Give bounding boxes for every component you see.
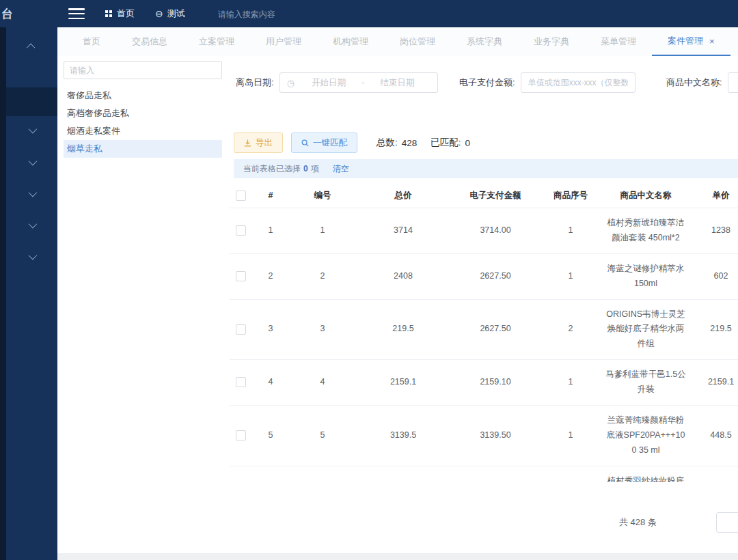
table-container: #编号总价电子支付金额商品序号商品中文名称单价 1137143714.001植村… <box>230 183 738 482</box>
nav-test[interactable]: ⊖ 测试 <box>155 8 185 20</box>
column-header: 单价 <box>690 183 738 208</box>
hamburger-menu-icon[interactable] <box>68 8 85 19</box>
amount-filter-label: 电子支付金额: <box>459 76 515 89</box>
table-cell: 1 <box>540 208 601 254</box>
tab-2[interactable]: 交易信息 <box>116 27 183 56</box>
tree-item[interactable]: 高档奢侈品走私 <box>64 104 222 122</box>
nav-home[interactable]: 首页 <box>105 8 135 20</box>
tab-label: 立案管理 <box>199 36 234 48</box>
tab-label: 岗位管理 <box>400 36 435 48</box>
tab-8[interactable]: 业务字典 <box>518 27 585 56</box>
table-row[interactable]: 553139.53139.501兰蔻菁纯臻颜精华粉底液SPF20PA+++100… <box>230 405 738 466</box>
tab-label: 交易信息 <box>132 36 167 48</box>
one-click-match-button[interactable]: 一键匹配 <box>291 132 357 153</box>
tab-5[interactable]: 机构管理 <box>317 27 384 56</box>
sidebar-item[interactable] <box>6 241 57 271</box>
clear-selection-link[interactable]: 清空 <box>333 163 349 175</box>
logo-fragment: 台 <box>1 6 19 22</box>
tab-7[interactable]: 系统字典 <box>451 27 518 56</box>
global-search <box>217 8 322 20</box>
tab-3[interactable]: 立案管理 <box>183 27 250 56</box>
sidebar-item[interactable] <box>6 31 57 61</box>
tab-1[interactable]: 首页 <box>67 27 116 56</box>
table-cell: 672.33 <box>355 466 451 482</box>
column-header: 编号 <box>290 183 355 208</box>
table-cell: 2408 <box>355 253 451 299</box>
chevron-up-icon <box>27 43 36 52</box>
column-header: # <box>251 183 290 208</box>
table-cell: 1238 <box>690 208 738 254</box>
row-checkbox[interactable] <box>236 430 246 440</box>
tree-item[interactable]: 烟酒走私案件 <box>64 122 222 140</box>
main-area: 首页交易信息立案管理用户管理机构管理岗位管理系统字典业务字典菜单管理案件管理× … <box>57 27 738 560</box>
table-footer: 共 428 条 <box>230 512 738 533</box>
table-row[interactable]: 1137143714.001植村秀新琥珀臻萃洁颜油套装 450ml*21238 <box>230 208 738 254</box>
table-cell: 3139.50 <box>451 405 540 466</box>
global-search-input[interactable] <box>217 9 322 20</box>
tab-label: 系统字典 <box>467 36 502 48</box>
tab-close-icon[interactable]: × <box>709 37 715 46</box>
table-row[interactable]: 66672.33672.331植村秀羽纱持妆粉底液 584 35ml224.11 <box>230 466 738 482</box>
minus-circle-icon: ⊖ <box>155 9 163 18</box>
export-button[interactable]: 导出 <box>234 132 283 153</box>
sidebar-item[interactable] <box>6 210 57 240</box>
tab-4[interactable]: 用户管理 <box>250 27 317 56</box>
table-cell: 2627.50 <box>451 253 540 299</box>
chevron-down-icon <box>29 219 38 228</box>
table-cell: 224.11 <box>690 466 738 482</box>
table-cell: 5 <box>251 405 290 466</box>
amount-filter-input[interactable] <box>521 72 636 93</box>
table-cell: 2159.10 <box>451 360 540 406</box>
date-range-picker[interactable]: ◷ 开始日期 - 结束日期 <box>279 72 438 93</box>
table-cell: 2 <box>540 299 601 360</box>
chevron-down-icon <box>29 124 38 133</box>
date-end-placeholder: 结束日期 <box>364 77 430 89</box>
filter-amount-group: 电子支付金额: <box>459 72 636 93</box>
table-row[interactable]: 2224082627.501海蓝之谜修护精萃水 150ml602 <box>230 253 738 299</box>
total-label: 总数: <box>377 137 398 149</box>
table-cell: 1 <box>540 466 601 482</box>
table-row[interactable]: 442159.12159.101马爹利蓝带干邑1.5公升装2159.1 <box>230 360 738 406</box>
table-cell: ORIGINS韦博士灵芝焕能好底子精华水两件组 <box>601 299 690 360</box>
row-checkbox[interactable] <box>236 377 246 387</box>
selection-count: 0 <box>303 164 308 173</box>
sidebar-item[interactable] <box>6 147 57 177</box>
tab-label: 用户管理 <box>266 36 301 48</box>
page-size-select[interactable] <box>716 512 738 533</box>
footer-total: 共 428 条 <box>619 516 657 529</box>
table-cell: 2 <box>290 253 355 299</box>
sidebar-item-active[interactable] <box>6 87 57 116</box>
tree-item[interactable]: 奢侈品走私 <box>64 87 222 104</box>
sidebar-item[interactable] <box>6 178 57 208</box>
table-cell: 448.5 <box>690 405 738 466</box>
table-cell: 6 <box>251 466 290 482</box>
table-cell: 2159.1 <box>690 360 738 406</box>
tab-bar: 首页交易信息立案管理用户管理机构管理岗位管理系统字典业务字典菜单管理案件管理× <box>57 27 738 56</box>
chevron-down-icon <box>29 251 38 260</box>
table-cell: 植村秀羽纱持妆粉底液 584 35ml <box>601 466 690 482</box>
tab-6[interactable]: 岗位管理 <box>384 27 451 56</box>
tab-10[interactable]: 案件管理× <box>652 27 730 56</box>
row-checkbox[interactable] <box>236 271 246 281</box>
matched-label: 已匹配: <box>430 137 461 149</box>
tree-search-input[interactable] <box>64 61 222 79</box>
row-checkbox[interactable] <box>236 324 246 335</box>
table-header-row: #编号总价电子支付金额商品序号商品中文名称单价 <box>230 183 738 208</box>
table-cell: 1 <box>540 405 601 466</box>
column-header: 商品中文名称 <box>601 183 690 208</box>
name-filter-input[interactable] <box>728 72 738 93</box>
table-cell: 3 <box>290 299 355 360</box>
clock-icon: ◷ <box>287 78 295 88</box>
row-checkbox[interactable] <box>236 225 246 236</box>
sidebar-edge <box>0 27 6 560</box>
app-window: 台 首页 ⊖ 测试 首页交易信息立案管理用户管理机构管理岗位管理系统字典业务字典… <box>0 0 738 560</box>
tab-9[interactable]: 菜单管理 <box>585 27 652 56</box>
table-row[interactable]: 33219.52627.502ORIGINS韦博士灵芝焕能好底子精华水两件组21… <box>230 299 738 360</box>
table-cell: 4 <box>251 360 290 406</box>
table-cell: 2627.50 <box>451 299 540 360</box>
sidebar-item[interactable] <box>6 115 57 145</box>
tree-item[interactable]: 烟草走私 <box>64 140 222 158</box>
left-sidebar <box>0 27 57 560</box>
select-all-checkbox[interactable] <box>236 191 246 201</box>
data-table: #编号总价电子支付金额商品序号商品中文名称单价 1137143714.001植村… <box>230 183 738 482</box>
